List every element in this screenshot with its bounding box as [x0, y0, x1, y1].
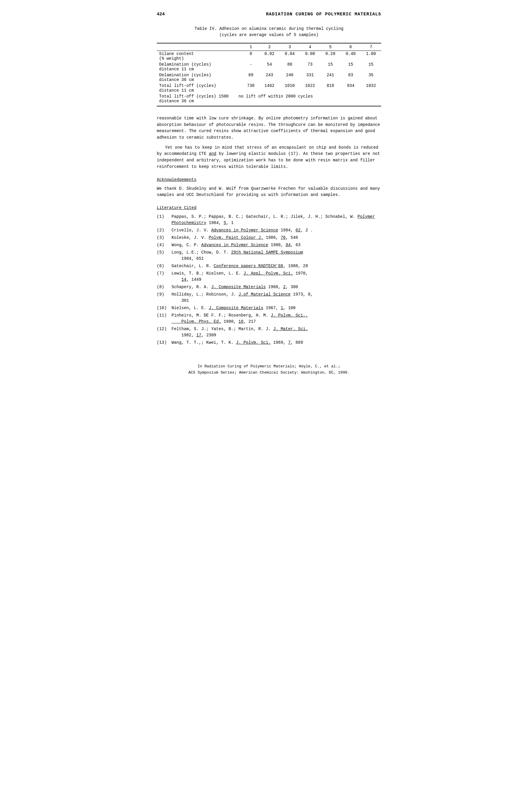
- cell: 88: [280, 61, 300, 72]
- lit-num: (1): [157, 214, 172, 226]
- literature-cited-section: Literature Cited (1) Pappas, S. P.; Papp…: [157, 205, 381, 346]
- page-header: 424 RADIATION CURING OF POLYMERIC MATERI…: [157, 12, 381, 17]
- lit-num: (2): [157, 227, 172, 234]
- cell: 35: [361, 72, 381, 83]
- list-item: (1) Pappas, S. P.; Pappas, B. C.; Gatech…: [157, 214, 381, 226]
- lit-text: Schapery, R. A. J. Composite Materials 1…: [172, 284, 381, 290]
- table-col-1: 1: [242, 43, 259, 51]
- body-paragraph-1: reasonable time with low cure shrinkage.…: [157, 115, 381, 141]
- main-content: reasonable time with low cure shrinkage.…: [157, 115, 381, 170]
- list-item: (8) Schapery, R. A. J. Composite Materia…: [157, 284, 381, 290]
- table-section: Table IV. Adhesion on alumina ceramic du…: [157, 26, 381, 106]
- cell: 818: [320, 83, 341, 93]
- cell: 1022: [300, 83, 320, 93]
- cell: 54: [259, 61, 280, 72]
- lit-num: (13): [157, 340, 172, 346]
- lit-num: (11): [157, 312, 172, 325]
- cell: 83: [340, 72, 361, 83]
- table-row: Total lift-off (cycles) 1500 no lift off…: [157, 93, 381, 106]
- lit-num: (3): [157, 235, 172, 241]
- lit-text: Feltham, S. J.; Yates, B.; Martin, R. J.…: [172, 326, 381, 339]
- lit-text: Holliday, L.; Robinson, J. J.of Material…: [172, 291, 381, 304]
- table-col-3: 3: [280, 43, 300, 51]
- list-item: (3) Koleske, J. V. Polym. Paint Colour J…: [157, 235, 381, 241]
- list-item: (11) Pinheiro, M. DE F. F.; Rosenberg, H…: [157, 312, 381, 325]
- lit-text: Gatechair, L. R. Conference papers RADTE…: [172, 263, 381, 269]
- lit-text: Wong, C. P. Advances in Polymer Science …: [172, 242, 381, 248]
- cell: 331: [300, 72, 320, 83]
- lit-num: (10): [157, 305, 172, 311]
- row-label-delam36: Delamination (cycles)distance 36 cm: [157, 72, 242, 83]
- acknowledgements-section: Acknowledgements We thank D. Skudelny an…: [157, 177, 381, 198]
- table-row: Delamination (cycles)distance 11 cm - 54…: [157, 61, 381, 72]
- lit-text: Pappas, S. P.; Pappas, B. C.; Gatechair,…: [172, 214, 381, 226]
- cell: 0.04: [280, 51, 300, 62]
- table-caption-line2: (cycles are average values of 5 samples): [157, 32, 381, 38]
- cell: 0.08: [300, 51, 320, 62]
- lit-text: Crivello, J. V. Advances in Polymer Scie…: [172, 227, 381, 234]
- row-label-silane: Silane content(% weight): [157, 51, 242, 62]
- acknowledgements-heading: Acknowledgements: [157, 177, 381, 182]
- row-label-liftoff36: Total lift-off (cycles) 1500 no lift off…: [157, 93, 381, 106]
- list-item: (5) Long, L.E.; Chow, D. T. 29th Nationa…: [157, 250, 381, 262]
- page-footer: In Radiation Curing of Polymeric Materia…: [157, 364, 381, 376]
- list-item: (12) Feltham, S. J.; Yates, B.; Martin, …: [157, 326, 381, 339]
- cell: -: [242, 61, 259, 72]
- page-title: RADIATION CURING OF POLYMERIC MATERIALS: [266, 12, 381, 17]
- row-label-liftoff11: Total lift-off (cycles)distance 11 cm: [157, 83, 242, 93]
- lit-num: (4): [157, 242, 172, 248]
- cell: 89: [242, 72, 259, 83]
- body-paragraph-2: Yet one has to keep in mind that stress …: [157, 145, 381, 170]
- list-item: (4) Wong, C. P. Advances in Polymer Scie…: [157, 242, 381, 248]
- data-table: 1 2 3 4 5 6 7 Silane content(% weight) 0…: [157, 43, 381, 106]
- cell: 0.20: [320, 51, 341, 62]
- list-item: (10) Nielsen, L. E. J. Composite Materia…: [157, 305, 381, 311]
- page-number: 424: [157, 12, 165, 17]
- cell: 15: [340, 61, 361, 72]
- lit-text: Long, L.E.; Chow, D. T. 29th National SA…: [172, 250, 381, 262]
- table-col-2: 2: [259, 43, 280, 51]
- cell: 241: [320, 72, 341, 83]
- table-col-7: 7: [361, 43, 381, 51]
- cell: 15: [320, 61, 341, 72]
- cell: 246: [280, 72, 300, 83]
- cell: 0.02: [259, 51, 280, 62]
- table-caption: Table IV. Adhesion on alumina ceramic du…: [157, 26, 381, 38]
- list-item: (7) Lewis, T. B.; Nielsen, L. E. J. Appl…: [157, 270, 381, 283]
- cell: 934: [340, 83, 361, 93]
- lit-num: (7): [157, 270, 172, 283]
- lit-num: (6): [157, 263, 172, 269]
- cell: 738: [242, 83, 259, 93]
- literature-cited-heading: Literature Cited: [157, 205, 381, 210]
- table-row: Total lift-off (cycles)distance 11 cm 73…: [157, 83, 381, 93]
- row-label-delam11: Delamination (cycles)distance 11 cm: [157, 61, 242, 72]
- table-header-label: [157, 43, 242, 51]
- lit-num: (12): [157, 326, 172, 339]
- lit-text: Wang, T. T.,; Kwei, T. K. J. Polym. Sci.…: [172, 340, 381, 346]
- list-item: (2) Crivello, J. V. Advances in Polymer …: [157, 227, 381, 234]
- cell: 1010: [280, 83, 300, 93]
- lit-text: Lewis, T. B.; Nielsen, L. E. J. Appl. Po…: [172, 270, 381, 283]
- lit-num: (5): [157, 250, 172, 262]
- cell: 73: [300, 61, 320, 72]
- table-col-6: 6: [340, 43, 361, 51]
- cell: 1462: [259, 83, 280, 93]
- cell: 0.40: [340, 51, 361, 62]
- lit-num: (9): [157, 291, 172, 304]
- cell: 1032: [361, 83, 381, 93]
- list-item: (6) Gatechair, L. R. Conference papers R…: [157, 263, 381, 269]
- list-item: (13) Wang, T. T.,; Kwei, T. K. J. Polym.…: [157, 340, 381, 346]
- lit-text: Koleske, J. V. Polym. Paint Colour J. 19…: [172, 235, 381, 241]
- table-col-5: 5: [320, 43, 341, 51]
- list-item: (9) Holliday, L.; Robinson, J. J.of Mate…: [157, 291, 381, 304]
- table-row: Delamination (cycles)distance 36 cm 89 2…: [157, 72, 381, 83]
- table-col-4: 4: [300, 43, 320, 51]
- lit-num: (8): [157, 284, 172, 290]
- lit-text: Nielsen, L. E. J. Composite Materials 19…: [172, 305, 381, 311]
- acknowledgements-text: We thank D. Skudelny and W. Wolf from Qu…: [157, 186, 381, 198]
- cell: 0: [242, 51, 259, 62]
- cell: 243: [259, 72, 280, 83]
- cell: 1.00: [361, 51, 381, 62]
- table-row: Silane content(% weight) 0 0.02 0.04 0.0…: [157, 51, 381, 62]
- table-caption-line1: Table IV. Adhesion on alumina ceramic du…: [157, 26, 381, 32]
